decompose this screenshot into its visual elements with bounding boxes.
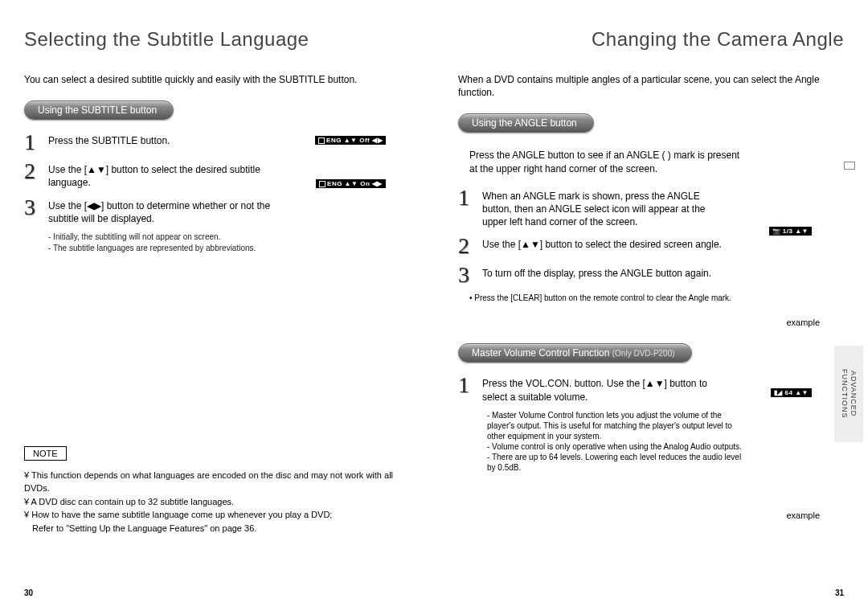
step-number: 1	[458, 187, 482, 209]
example-label: example	[786, 318, 820, 327]
note-list: This function depends on what languages …	[24, 469, 410, 535]
volume-notes: - Master Volume Control function lets yo…	[487, 410, 744, 473]
camera-icon: 📷	[772, 228, 781, 235]
example-label: example	[786, 510, 820, 520]
step-row: 1 Press the SUBTITLE button. ENG ▲▼ Off …	[24, 131, 410, 154]
step-row: 3 To turn off the display, press the ANG…	[458, 264, 844, 286]
step-text: Press the VOL.CON. button. Use the [▲▼] …	[482, 374, 723, 403]
page-title-right: Changing the Camera Angle	[458, 28, 844, 51]
step-number: 3	[24, 196, 48, 219]
vol-note-item: - Volume control is only operative when …	[487, 441, 744, 452]
section-side-tab: ADVANCED FUNCTIONS	[834, 346, 863, 442]
pre-step-text: Press the ANGLE button to see if an ANGL…	[469, 149, 743, 174]
page-number-left: 30	[24, 588, 33, 597]
note-section: NOTE This function depends on what langu…	[24, 446, 410, 535]
step-number: 1	[458, 374, 482, 396]
step-text: Use the [▲▼] button to select the desire…	[48, 160, 289, 189]
page-left: Selecting the Subtitle Language You can …	[0, 0, 434, 615]
step-number: 2	[24, 160, 48, 182]
note-refer: Refer to "Setting Up the Language Featur…	[24, 522, 410, 535]
angle-mark-icon	[844, 162, 855, 170]
section-pill-volume: Master Volume Control Function (Only DVD…	[458, 343, 692, 363]
step-row: 1 Press the VOL.CON. button. Use the [▲▼…	[458, 374, 844, 403]
intro-left: You can select a desired subtitle quickl…	[24, 73, 410, 86]
osd-indicator-on: ENG ▲▼ On ◀▶	[316, 179, 386, 188]
note-item: How to have the same subtitle language c…	[24, 508, 410, 522]
note-item: A DVD disc can contain up to 32 subtitle…	[24, 495, 410, 509]
step-text: Press the SUBTITLE button.	[48, 131, 170, 147]
section-pill-subtitle: Using the SUBTITLE button	[24, 100, 174, 120]
step-row: 2 Use the [▲▼] button to select the desi…	[458, 235, 844, 257]
step-text: Use the [◀▶] button to determine whether…	[48, 196, 289, 225]
volume-icon: ▮◢	[774, 389, 783, 396]
step-number: 2	[458, 235, 482, 257]
clear-note: • Press the [CLEAR] button on the remote…	[469, 293, 844, 303]
step-number: 3	[458, 264, 482, 286]
vol-note-item: - Master Volume Control function lets yo…	[487, 410, 744, 441]
step-row: 2 Use the [▲▼] button to select the desi…	[24, 160, 410, 189]
note-item: This function depends on what languages …	[24, 469, 410, 495]
osd-volume-indicator: ▮◢ 64 ▲▼	[771, 388, 812, 397]
vol-note-item: - There are up to 64 levels. Lowering ea…	[487, 452, 744, 473]
intro-right: When a DVD contains multiple angles of a…	[458, 73, 844, 99]
step-text: When an ANGLE mark is shown, press the A…	[482, 187, 723, 229]
step-row: 1 When an ANGLE mark is shown, press the…	[458, 187, 844, 229]
note-label: NOTE	[24, 446, 67, 461]
section-pill-angle: Using the ANGLE button	[458, 113, 594, 133]
page-number-right: 31	[835, 588, 844, 597]
osd-angle-indicator: 📷 1/3 ▲▼	[769, 227, 812, 236]
step-text: Use the [▲▼] button to select the desire…	[482, 235, 722, 251]
footnote-line: Initially, the subtitling will not appea…	[48, 232, 410, 243]
step-row: 3 Use the [◀▶] button to determine wheth…	[24, 196, 410, 225]
step-number: 1	[24, 131, 48, 154]
step-footnotes: Initially, the subtitling will not appea…	[48, 232, 410, 254]
step-text: To turn off the display, press the ANGLE…	[482, 264, 711, 280]
page-right: Changing the Camera Angle When a DVD con…	[434, 0, 868, 615]
page-title-left: Selecting the Subtitle Language	[24, 28, 410, 51]
footnote-line: The subtitle languages are represented b…	[48, 243, 410, 254]
osd-indicator-off: ENG ▲▼ Off ◀▶	[315, 136, 386, 145]
